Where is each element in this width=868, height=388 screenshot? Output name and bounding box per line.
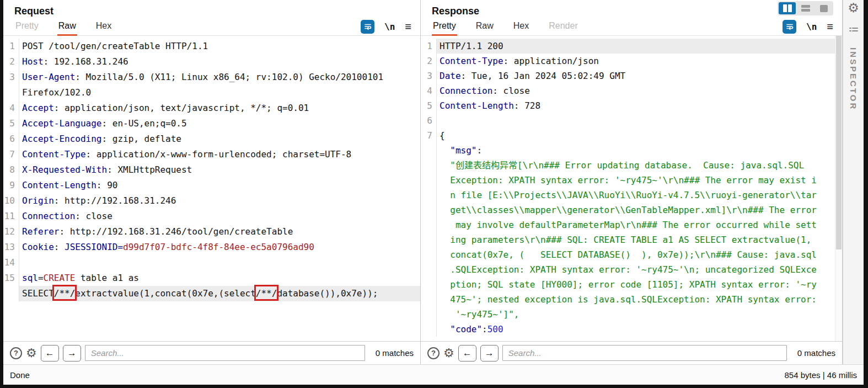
line-number	[421, 307, 437, 322]
code-line-text	[437, 113, 842, 128]
line-number	[421, 262, 437, 277]
response-tab-raw[interactable]: Raw	[475, 18, 495, 36]
help-icon[interactable]: ?	[427, 347, 440, 359]
response-tabs-row: PrettyRawHexRender \n ≡	[421, 18, 842, 36]
response-match-count: 0 matches	[797, 348, 835, 358]
code-line-text: Connection: close	[437, 83, 842, 98]
code-line-text: '~ry475~']",	[437, 307, 842, 322]
line-number: 2	[3, 54, 19, 70]
response-code-row: Exception: XPATH syntax error: '~ry475~'…	[421, 173, 842, 188]
response-code-row: 2Content-Type: application/json	[421, 54, 842, 68]
code-line-text: ption; SQL state [HY000]; error code [11…	[437, 277, 842, 292]
response-search-input[interactable]	[502, 345, 787, 361]
request-panel: Request PrettyRawHex \n ≡ 1POST /tool/ge…	[3, 0, 421, 364]
response-code[interactable]: 1HTTP/1.1 2002Content-Type: application/…	[421, 36, 842, 341]
response-tab-pretty[interactable]: Pretty	[432, 18, 457, 36]
code-line-text: HTTP/1.1 200	[437, 39, 842, 54]
request-code-row: 3User-Agent: Mozilla/5.0 (X11; Linux x86…	[3, 70, 420, 85]
response-tab-hex[interactable]: Hex	[512, 18, 530, 36]
code-line-text: sql=CREATE table a1 as	[19, 270, 420, 286]
response-code-row: 7{	[421, 128, 842, 143]
editor-menu-icon[interactable]: ≡	[405, 21, 411, 32]
code-line-text: Content-Type: application/x-www-form-url…	[19, 147, 420, 162]
newline-toggle-icon[interactable]: \n	[806, 22, 817, 32]
request-tab-pretty[interactable]: Pretty	[14, 18, 40, 36]
request-tabset: PrettyRawHex	[14, 18, 112, 35]
line-number: 1	[421, 39, 437, 54]
scrollbar-thumb[interactable]	[836, 36, 842, 249]
line-number: 3	[3, 70, 19, 85]
response-code-row: 6	[421, 113, 842, 128]
request-tab-hex[interactable]: Hex	[95, 18, 112, 36]
help-icon[interactable]: ?	[10, 347, 22, 359]
layout-columns-button[interactable]	[779, 2, 796, 14]
editor-menu-icon[interactable]: ≡	[827, 21, 833, 32]
response-code-row: may involve defaultParameterMap\r\n### T…	[421, 217, 842, 232]
request-code[interactable]: 1POST /tool/gen/createTable HTTP/1.12Hos…	[3, 36, 420, 341]
line-number	[421, 173, 437, 188]
code-line-text: Content-Type: application/json	[437, 54, 842, 68]
next-match-button[interactable]: →	[63, 345, 81, 362]
previous-match-button[interactable]: ←	[458, 345, 476, 362]
code-line-text: Cookie: JSESSIONID=d99d7f07-bdfc-4f8f-84…	[19, 240, 420, 255]
request-code-row: 5Accept-Language: en-US,en;q=0.5	[3, 116, 420, 131]
line-number: 11	[3, 209, 19, 224]
line-number: 13	[3, 240, 19, 255]
code-line-text: "msg":	[437, 143, 842, 158]
request-title: Request	[3, 0, 420, 18]
line-number	[421, 232, 437, 247]
code-line-text: {	[437, 128, 842, 143]
code-line-text: Accept-Language: en-US,en;q=0.5	[19, 116, 420, 131]
search-settings-icon[interactable]: ⚙	[443, 347, 454, 359]
newline-toggle-icon[interactable]: \n	[384, 22, 395, 32]
layout-stacked-button[interactable]	[797, 2, 814, 14]
response-tab-render[interactable]: Render	[548, 18, 578, 36]
code-line-text	[19, 255, 420, 270]
line-number: 7	[421, 128, 437, 143]
line-number: 14	[3, 255, 19, 270]
line-number: 1	[3, 39, 19, 54]
inspector-collapse-icon[interactable]	[848, 26, 859, 38]
layout-single-button[interactable]	[815, 2, 832, 14]
request-tabs-row: PrettyRawHex \n ≡	[3, 18, 420, 36]
line-number: 2	[421, 54, 437, 68]
response-code-row: '~ry475~']",	[421, 307, 842, 322]
response-search-bar: ? ⚙ ← → 0 matches	[421, 341, 842, 364]
request-code-row: 2Host: 192.168.31.246	[3, 54, 420, 70]
http-message-editor: Request PrettyRawHex \n ≡ 1POST /tool/ge…	[3, 0, 864, 385]
line-number	[3, 85, 19, 100]
request-code-row: 1POST /tool/gen/createTable HTTP/1.1	[3, 39, 420, 54]
previous-match-button[interactable]: ←	[41, 345, 59, 362]
line-number: 15	[3, 270, 19, 286]
request-editor-icons: \n ≡	[361, 18, 411, 35]
status-bar: Done 854 bytes | 46 millis	[3, 364, 864, 385]
request-code-row: 7Content-Type: application/x-www-form-ur…	[3, 147, 420, 162]
word-wrap-icon[interactable]	[783, 20, 796, 34]
next-match-button[interactable]: →	[480, 345, 499, 362]
code-line-text: Origin: http://192.168.31.246	[19, 193, 420, 209]
line-number: 12	[3, 224, 19, 240]
word-wrap-icon[interactable]	[361, 20, 374, 34]
inspector-label[interactable]: INSPECTOR	[849, 47, 858, 110]
settings-gear-icon[interactable]: ⚙	[848, 2, 859, 14]
request-code-row: 12Referer: http://192.168.31.246/tool/ge…	[3, 224, 420, 240]
search-settings-icon[interactable]: ⚙	[26, 347, 37, 359]
request-code-row: 14	[3, 255, 420, 270]
request-search-input[interactable]	[85, 345, 365, 361]
request-tab-raw[interactable]: Raw	[57, 18, 77, 36]
code-line-text: User-Agent: Mozilla/5.0 (X11; Linux x86_…	[19, 70, 420, 85]
code-line-text: Firefox/102.0	[19, 85, 420, 100]
code-line-text: Referer: http://192.168.31.246/tool/gen/…	[19, 224, 420, 240]
code-line-text: n file [E:\\Projects\\JAVA\\RuoYi\\RuoYi…	[437, 188, 842, 203]
response-code-row: "创建表结构异常[\r\n### Error updating database…	[421, 158, 842, 173]
response-code-row: "msg":	[421, 143, 842, 158]
response-panel: Response PrettyRawHexRender \n ≡	[421, 0, 843, 364]
line-number	[421, 188, 437, 203]
line-number	[421, 143, 437, 158]
code-line-text: .SQLException: XPATH syntax error: '~ry4…	[437, 262, 842, 277]
response-scrollbar[interactable]	[835, 36, 842, 341]
code-line-text: POST /tool/gen/createTable HTTP/1.1	[19, 39, 420, 54]
line-number	[421, 158, 437, 173]
status-text: Done	[10, 370, 30, 380]
line-number: 5	[3, 116, 19, 131]
